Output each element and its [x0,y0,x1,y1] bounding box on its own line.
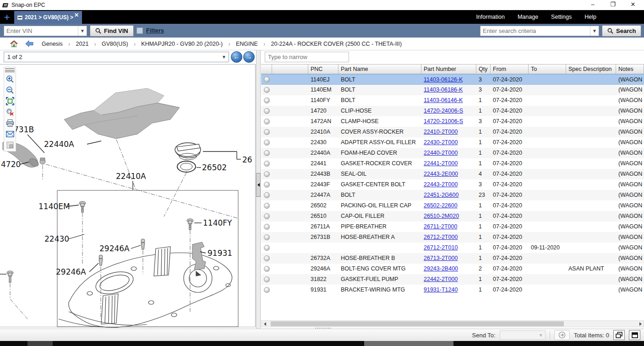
part-number-link[interactable]: 22443-2T000 [424,181,458,188]
table-row[interactable]: 26732AHOSE-BREATHER B26713-2T000107-24-2… [261,253,644,264]
table-row[interactable]: 26502PACKING-OIL FILLER CAP26502-2260010… [261,200,644,211]
part-number-link[interactable]: 11403-06146-K [424,97,463,103]
next-page-button[interactable]: → [243,51,255,63]
filters-link[interactable]: Filters [146,27,164,34]
diagram-part-label[interactable]: 22430 [44,234,69,243]
parts-diagram[interactable]: 731B22440A4720265022622410A1140EM1140FY2… [0,65,256,328]
expand-row-icon[interactable] [264,87,270,93]
search-input[interactable] [480,27,590,34]
expand-row-icon[interactable] [264,255,270,261]
expand-row-icon[interactable] [264,203,270,209]
part-number-link[interactable]: 14720-24006-S [424,108,463,114]
panel-splitter[interactable] [256,50,261,329]
expand-row-icon[interactable] [264,266,270,272]
part-number-link[interactable]: 26713-2T000 [424,255,458,261]
new-tab-button[interactable]: + [4,11,10,23]
expand-row-icon[interactable] [264,119,270,124]
diagram-part-label[interactable]: 22440A [44,140,74,149]
horizontal-scrollbar[interactable] [261,320,644,327]
menu-manage[interactable]: Manage [518,14,538,20]
breadcrumb-item[interactable]: GV80(US) [102,41,128,47]
table-row[interactable]: 29246ABOLT-ENG COVER MTG29243-2B400207-2… [261,264,644,274]
menu-settings[interactable]: Settings [551,14,572,20]
breadcrumb-item[interactable]: 2021 [76,41,89,47]
part-number-link[interactable]: 22443-2E000 [424,171,458,177]
part-number-link[interactable]: 26502-22600 [424,202,458,209]
table-row[interactable]: 22443BSEAL-OIL22443-2E000407-24-2020(WAG… [261,169,644,179]
col-part-number[interactable]: Part Number [421,65,476,74]
pointer-clear-icon[interactable] [5,107,15,117]
minimize-button[interactable]: – [583,0,603,10]
send-to-select[interactable]: ▼ [500,330,546,340]
table-row[interactable]: 26731BHOSE-BREATHER A26712-2T000107-24-2… [261,232,644,243]
part-number-link[interactable]: 26712-2T010 [424,244,458,251]
col-from[interactable]: From [491,65,529,74]
part-number-link[interactable]: 22440-2T000 [424,150,458,156]
print-icon[interactable] [5,118,15,128]
expand-row-icon[interactable] [264,224,270,230]
tab-active[interactable]: 2021 > GV80(US) > K... ✕ [14,11,82,24]
expand-row-icon[interactable] [264,234,270,240]
part-number-link[interactable]: 11403-06126-K [424,76,463,83]
table-row[interactable]: 91931BRACKET-WIRING MTG91931-T1240107-24… [261,285,644,295]
breadcrumb-item[interactable]: ENGINE [236,41,258,47]
expand-row-icon[interactable] [264,97,270,103]
col-part-name[interactable]: Part Name [338,65,421,74]
filters-checkbox[interactable] [136,27,143,34]
expand-row-icon[interactable] [264,150,270,156]
table-row[interactable]: 26711APIPE-BREATHER26711-2T000107-24-202… [261,222,644,232]
diagram-part-label[interactable]: 29246A [99,244,130,253]
collapse-handle[interactable] [256,173,261,197]
diagram-viewer[interactable]: 731B22440A4720265022622410A1140EM1140FY2… [0,64,256,327]
send-button[interactable] [554,330,570,340]
part-number-link[interactable]: 26510-2M020 [424,213,459,219]
part-number-link[interactable]: 29243-2B400 [424,265,458,272]
fit-screen-icon[interactable] [5,96,15,106]
part-number-link[interactable]: 91931-T1240 [424,287,458,293]
diagram-part-label[interactable]: 91931 [207,249,232,258]
diagram-part-label[interactable]: 26 [242,155,252,164]
part-number-link[interactable]: 22410-2T000 [424,129,458,135]
col-notes[interactable]: Notes [616,65,644,74]
table-row[interactable]: 1472ANCLAMP-HOSE14720-21006-S307-24-2020… [261,116,644,127]
expand-row-icon[interactable] [264,76,270,82]
expand-row-icon[interactable] [264,213,270,219]
email-icon[interactable] [5,129,15,139]
page-selector[interactable]: 1 of 2 ▼ [4,52,229,62]
search-button[interactable]: Search [602,25,641,37]
menu-information[interactable]: Information [476,14,505,20]
col-blank[interactable] [261,65,272,74]
search-dropdown-chevron-icon[interactable]: ▼ [590,26,599,36]
maximize-panel-button[interactable] [629,330,640,340]
diagram-part-label[interactable]: 4720 [1,160,21,169]
prev-page-button[interactable]: ← [231,51,242,63]
back-icon[interactable] [25,40,33,47]
diagram-part-label[interactable]: 29246A [56,267,86,276]
table-row[interactable]: 1140FYBOLT11403-06146-K107-24-2020(WAGON [261,95,644,106]
home-icon[interactable] [10,40,18,47]
breadcrumb-item[interactable]: Genesis [42,41,63,47]
part-number-link[interactable]: 11403-06186-K [424,86,463,93]
part-number-link[interactable]: 22441-2T000 [424,160,458,167]
diagram-part-label[interactable]: 1140EM [38,202,70,211]
part-number-link[interactable]: 22442-2T000 [424,276,458,282]
export-image-icon[interactable] [5,140,15,150]
page-selector-chevron-icon[interactable]: ▼ [219,54,229,59]
drag-grip-icon[interactable] [5,68,15,72]
diagram-part-label[interactable]: 26502 [202,163,227,172]
table-row[interactable]: 1140EMBOLT11403-06186-K307-24-2020(WAGON [261,85,644,95]
table-row[interactable]: 22441GASKET-ROCKER COVER22441-2T000107-2… [261,158,644,169]
vin-dropdown-chevron-icon[interactable]: ▼ [78,26,87,36]
tab-close-icon[interactable]: ✕ [74,12,79,18]
table-row[interactable]: 22430ADAPTER ASSY-OIL FILLER22430-2T0001… [261,137,644,148]
expand-row-icon[interactable] [264,161,270,167]
expand-row-icon[interactable] [264,276,270,282]
diagram-part-label[interactable]: 1140FY [203,218,232,227]
expand-row-icon[interactable] [264,192,270,198]
zoom-in-icon[interactable] [5,74,15,84]
col-to[interactable]: To [529,65,566,74]
expand-row-icon[interactable] [264,140,270,146]
menu-help[interactable]: Help [584,14,596,20]
narrow-filter-input[interactable] [265,52,349,62]
breadcrumb-item[interactable]: KHMAPJR20 - GV80 20 (2020-) [141,41,223,47]
